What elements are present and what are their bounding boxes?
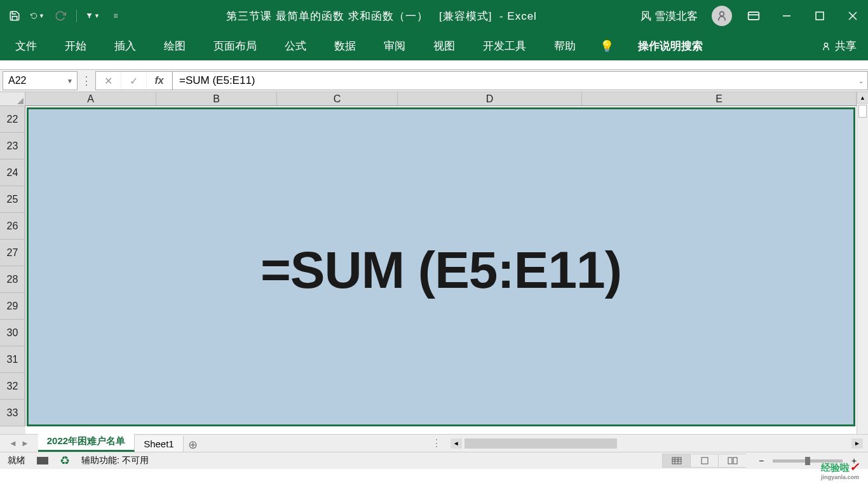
sheet-tabs: 2022年困难户名单 Sheet1 ⊕ <box>38 435 203 452</box>
col-header-e[interactable]: E <box>582 92 857 105</box>
tab-data[interactable]: 数据 <box>330 36 360 56</box>
name-box[interactable]: A22 ▼ <box>3 71 78 90</box>
row-header[interactable]: 32 <box>0 373 25 400</box>
user-name: 风 雪漠北客 <box>641 9 698 24</box>
macro-record-icon[interactable] <box>37 457 48 464</box>
row-header[interactable]: 33 <box>0 400 25 426</box>
col-header-d[interactable]: D <box>398 92 582 105</box>
scroll-left-icon[interactable]: ◄ <box>451 438 462 449</box>
scroll-thumb[interactable] <box>858 105 867 118</box>
scroll-right-icon[interactable]: ► <box>851 438 863 449</box>
qat-customize-icon[interactable]: ≡ <box>109 9 123 23</box>
undo-icon[interactable]: ▼ <box>31 9 44 23</box>
cancel-formula-icon[interactable]: ✕ <box>96 72 121 90</box>
row-header[interactable]: 28 <box>0 266 25 293</box>
svg-rect-14 <box>728 458 732 464</box>
row-header[interactable]: 24 <box>0 159 25 186</box>
expand-formula-icon[interactable]: ⌄ <box>858 78 864 85</box>
tab-formulas[interactable]: 公式 <box>281 36 310 56</box>
zoom-out-button[interactable]: − <box>755 456 768 466</box>
view-page-break-icon[interactable] <box>718 454 746 468</box>
row-header[interactable]: 26 <box>0 213 25 240</box>
tell-me[interactable]: 操作说明搜索 <box>634 36 707 56</box>
caret-down-icon: ▼ <box>94 13 100 19</box>
zoom-slider-thumb[interactable] <box>805 457 810 465</box>
accept-formula-icon[interactable]: ✓ <box>121 72 147 90</box>
sheet-tab-active[interactable]: 2022年困难户名单 <box>38 433 135 452</box>
tab-home[interactable]: 开始 <box>61 36 90 56</box>
col-header-c[interactable]: C <box>277 92 398 105</box>
formula-bar-buttons: ✕ ✓ fx <box>95 71 172 90</box>
row-header[interactable]: 23 <box>0 133 25 159</box>
minimize-icon[interactable] <box>779 8 794 24</box>
sheet-nav-prev-icon[interactable]: ◄ <box>9 438 17 448</box>
divider <box>76 10 77 22</box>
tab-draw[interactable]: 绘图 <box>160 36 189 56</box>
window-controls <box>746 8 860 24</box>
formula-bar-row: A22 ▼ ⋮ ✕ ✓ fx =SUM (E5:E11) ⌄ <box>0 69 868 92</box>
col-header-a[interactable]: A <box>25 92 156 105</box>
chevron-down-icon[interactable]: ▼ <box>67 78 73 85</box>
sheet-nav: ◄ ► <box>0 438 38 448</box>
app-name: - Excel <box>499 10 537 22</box>
vertical-scrollbar[interactable]: ▲ <box>857 92 868 434</box>
row-header[interactable]: 29 <box>0 293 25 320</box>
filter-icon[interactable]: ▼ <box>86 9 100 23</box>
tab-view[interactable]: 视图 <box>430 36 459 56</box>
tab-help[interactable]: 帮助 <box>550 36 580 56</box>
row-header[interactable]: 25 <box>0 186 25 213</box>
grid-body[interactable]: =SUM (E5:E11) <box>25 106 857 434</box>
redo-icon[interactable] <box>53 9 67 23</box>
svg-rect-15 <box>733 458 737 464</box>
close-icon[interactable] <box>845 8 860 24</box>
save-icon[interactable] <box>8 9 22 23</box>
spreadsheet-area: A B C D E 22 23 24 25 26 27 28 29 30 31 … <box>0 92 868 434</box>
title-right: 风 雪漠北客 <box>641 6 860 26</box>
ribbon-tabs: 文件 开始 插入 绘图 页面布局 公式 数据 审阅 视图 开发工具 帮助 💡 操… <box>0 32 868 60</box>
fx-icon[interactable]: fx <box>147 72 172 90</box>
ribbon-display-icon[interactable] <box>746 8 761 24</box>
status-ready: 就绪 <box>8 455 25 466</box>
big-formula-text: =SUM (E5:E11) <box>25 106 857 434</box>
row-header[interactable]: 31 <box>0 346 25 373</box>
view-normal-icon[interactable] <box>662 454 690 468</box>
watermark: 经验啦✓ jingyanla.com <box>821 460 859 480</box>
col-header-b[interactable]: B <box>156 92 277 105</box>
name-box-value: A22 <box>8 75 26 86</box>
tab-layout[interactable]: 页面布局 <box>210 36 261 56</box>
tab-review[interactable]: 审阅 <box>380 36 409 56</box>
view-page-layout-icon[interactable] <box>690 454 718 468</box>
doc-name: 第三节课 最简单的函数 求和函数（一） <box>226 10 428 22</box>
horizontal-scrollbar[interactable]: ◄ ► <box>451 438 863 449</box>
compat-mode: [兼容模式] <box>439 10 492 22</box>
formula-input[interactable]: =SUM (E5:E11) ⌄ <box>172 71 868 90</box>
row-header[interactable]: 30 <box>0 320 25 346</box>
watermark-sub: jingyanla.com <box>821 474 859 480</box>
recycle-icon: ♻ <box>60 454 70 468</box>
scroll-thumb[interactable] <box>465 438 617 449</box>
sheet-nav-next-icon[interactable]: ► <box>21 438 29 448</box>
svg-rect-13 <box>702 458 708 464</box>
maximize-icon[interactable] <box>812 8 827 24</box>
lightbulb-icon: 💡 <box>600 39 614 53</box>
row-header[interactable]: 27 <box>0 240 25 266</box>
sheet-tab[interactable]: Sheet1 <box>135 436 184 452</box>
row-header[interactable]: 22 <box>0 106 25 133</box>
share-button[interactable]: 共享 <box>821 39 857 53</box>
svg-point-0 <box>720 11 724 16</box>
row-headers: 22 23 24 25 26 27 28 29 30 31 32 33 <box>0 106 25 434</box>
tab-insert[interactable]: 插入 <box>111 36 140 56</box>
scroll-up-icon[interactable]: ▲ <box>857 92 868 104</box>
avatar[interactable] <box>712 6 732 26</box>
column-headers: A B C D E <box>25 92 857 106</box>
status-left: 就绪 ♻ 辅助功能: 不可用 <box>8 454 149 468</box>
add-sheet-button[interactable]: ⊕ <box>184 438 203 452</box>
tab-file[interactable]: 文件 <box>11 36 41 56</box>
accessibility-status: 辅助功能: 不可用 <box>81 455 149 466</box>
select-all-corner[interactable] <box>0 92 25 106</box>
window-title: 第三节课 最简单的函数 求和函数（一） [兼容模式] - Excel <box>123 9 641 24</box>
sheet-tabs-row: ◄ ► 2022年困难户名单 Sheet1 ⊕ ⋮ ◄ ► <box>0 434 868 452</box>
tab-developer[interactable]: 开发工具 <box>479 36 530 56</box>
quick-access-toolbar: ▼ ▼ ≡ <box>8 9 123 23</box>
formula-bar-grip: ⋮ <box>78 74 95 88</box>
